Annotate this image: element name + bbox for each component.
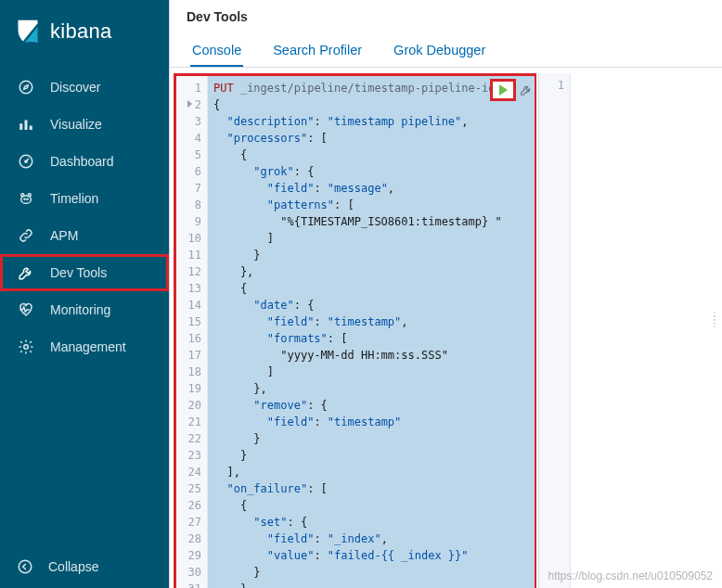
response-pane: 1 ⋮⋮⋮: [538, 73, 722, 588]
brand: kibana: [0, 0, 169, 63]
gear-icon: [17, 338, 35, 356]
request-editor[interactable]: 1234567891011121314151617181920212223242…: [174, 73, 536, 588]
tab-search-profiler[interactable]: Search Profiler: [271, 35, 364, 67]
svg-point-12: [19, 560, 32, 573]
sidebar-item-management[interactable]: Management: [0, 328, 169, 365]
sidebar-nav: Discover Visualize Dashboard Timelion AP…: [0, 63, 169, 545]
drag-handle-icon[interactable]: ⋮⋮⋮: [710, 314, 720, 326]
sidebar-item-label: Visualize: [50, 117, 102, 132]
svg-rect-1: [19, 123, 22, 130]
gauge-icon: [17, 152, 35, 171]
sidebar-item-timelion[interactable]: Timelion: [0, 180, 169, 217]
editor-code[interactable]: PUT _ingest/pipeline/timestamp-pipeline-…: [208, 76, 535, 588]
svg-rect-3: [30, 126, 32, 131]
response-gutter: 1: [539, 73, 571, 588]
wrench-icon: [17, 263, 35, 282]
svg-point-0: [19, 81, 32, 94]
collapse-label: Collapse: [48, 559, 98, 574]
bear-icon: [17, 189, 35, 208]
sidebar-item-dashboard[interactable]: Dashboard: [0, 143, 169, 180]
sidebar-item-label: Management: [50, 339, 126, 354]
wrench-icon[interactable]: [520, 83, 533, 96]
tab-grok-debugger[interactable]: Grok Debugger: [392, 35, 487, 67]
sidebar-item-label: Discover: [50, 80, 100, 95]
sidebar-item-apm[interactable]: APM: [0, 217, 169, 254]
svg-point-11: [24, 345, 29, 350]
collapse-button[interactable]: Collapse: [0, 545, 169, 588]
sidebar-item-label: Timelion: [50, 191, 98, 206]
sidebar-item-monitoring[interactable]: Monitoring: [0, 291, 169, 328]
sidebar-item-visualize[interactable]: Visualize: [0, 106, 169, 143]
heartbeat-icon: [17, 300, 35, 319]
main: Dev Tools Console Search Profiler Grok D…: [169, 0, 722, 588]
sidebar-item-dev-tools[interactable]: Dev Tools: [0, 254, 169, 291]
svg-rect-2: [25, 121, 28, 131]
play-icon: [499, 84, 508, 96]
sidebar-item-discover[interactable]: Discover: [0, 69, 169, 106]
sidebar: kibana Discover Visualize Dashboard Time…: [0, 0, 169, 588]
svg-point-10: [27, 198, 28, 199]
svg-point-5: [25, 160, 27, 162]
compass-icon: [17, 78, 35, 96]
bar-chart-icon: [17, 115, 35, 134]
watermark: https://blog.csdn.net/u010509052: [548, 569, 713, 582]
tabs: Console Search Profiler Grok Debugger: [170, 28, 722, 68]
response-body[interactable]: ⋮⋮⋮: [571, 73, 722, 588]
sidebar-item-label: Dashboard: [50, 154, 114, 169]
collapse-icon: [17, 558, 33, 575]
page-title: Dev Tools: [170, 0, 722, 28]
editor-gutter: 1234567891011121314151617181920212223242…: [176, 76, 208, 588]
sidebar-item-label: APM: [50, 228, 78, 243]
svg-point-9: [24, 198, 25, 199]
tab-console[interactable]: Console: [190, 35, 243, 67]
send-request-button[interactable]: [490, 79, 516, 101]
brand-name: kibana: [50, 19, 112, 44]
link-icon: [17, 226, 35, 245]
sidebar-item-label: Monitoring: [50, 302, 110, 317]
sidebar-item-label: Dev Tools: [50, 265, 107, 280]
kibana-logo-icon: [15, 19, 41, 45]
svg-rect-8: [21, 196, 32, 203]
